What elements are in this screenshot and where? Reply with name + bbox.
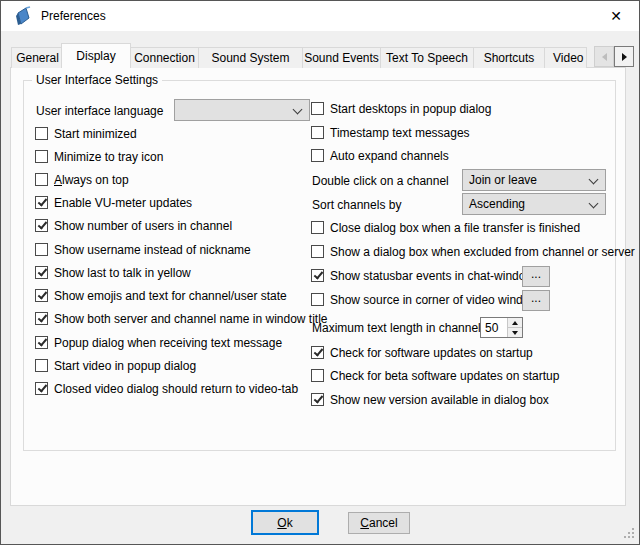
tab-text-to-speech[interactable]: Text To Speech	[380, 47, 474, 68]
checkbox-popup-text-message[interactable]	[35, 336, 48, 349]
checkbox-label: Start desktops in popup dialog	[330, 102, 491, 116]
checkbox-label: Show username instead of nickname	[54, 243, 251, 257]
row-popup-text-message[interactable]: Popup dialog when receiving text message	[35, 335, 282, 350]
video-source-more-button[interactable]: ...	[522, 290, 550, 311]
ok-button[interactable]: Ok	[251, 510, 319, 535]
row-excluded-dialog[interactable]: Show a dialog box when excluded from cha…	[311, 244, 635, 259]
row-start-minimized[interactable]: Start minimized	[35, 126, 137, 141]
tab-scroll-buttons	[594, 46, 634, 67]
row-beta-updates[interactable]: Check for beta software updates on start…	[311, 368, 559, 383]
tab-sound-events[interactable]: Sound Events	[302, 47, 381, 68]
tab-display[interactable]: Display	[61, 43, 131, 68]
row-auto-expand[interactable]: Auto expand channels	[311, 148, 449, 163]
checkbox-video-source-corner[interactable]	[311, 293, 324, 306]
checkbox-label: Show both server and channel name in win…	[54, 312, 328, 326]
language-combobox[interactable]	[174, 99, 310, 121]
tab-shortcuts[interactable]: Shortcuts	[473, 47, 545, 68]
checkbox-timestamp[interactable]	[311, 126, 324, 139]
tab-bar: General Display Connection Sound System …	[11, 43, 586, 68]
checkbox-window-title[interactable]	[35, 312, 48, 325]
checkbox-label: Popup dialog when receiving text message	[54, 336, 282, 350]
group-title: User Interface Settings	[32, 73, 162, 87]
cancel-button[interactable]: Cancel	[348, 512, 410, 534]
row-last-to-talk[interactable]: Show last to talk in yellow	[35, 265, 191, 280]
checkbox-closed-video[interactable]	[35, 382, 48, 395]
row-timestamp[interactable]: Timestamp text messages	[311, 125, 470, 140]
checkbox-vu-meter[interactable]	[35, 196, 48, 209]
sort-channels-combobox[interactable]: Ascending	[462, 193, 606, 215]
user-interface-settings-group: User Interface Settings User interface l…	[23, 80, 616, 451]
checkbox-statusbar-events[interactable]	[311, 269, 324, 282]
checkbox-label: Show new version available in dialog box	[330, 393, 549, 407]
row-vu-meter[interactable]: Enable VU-meter updates	[35, 195, 192, 210]
checkbox-label: Check for beta software updates on start…	[330, 369, 559, 383]
checkbox-label: Minimize to tray icon	[54, 150, 163, 164]
row-minimize-to-tray[interactable]: Minimize to tray icon	[35, 149, 163, 164]
max-text-length-label: Maximum text length in channel list	[312, 320, 499, 335]
row-show-username[interactable]: Show username instead of nickname	[35, 242, 251, 257]
arrow-right-icon	[622, 53, 627, 61]
checkbox-start-minimized[interactable]	[35, 127, 48, 140]
checkbox-label: Auto expand channels	[330, 149, 449, 163]
spin-down-button[interactable]	[508, 328, 522, 337]
arrow-left-icon	[602, 53, 607, 61]
checkbox-label: Show number of users in channel	[54, 219, 232, 233]
resize-grip[interactable]	[623, 528, 634, 539]
arrow-down-icon	[512, 331, 518, 335]
checkbox-auto-expand[interactable]	[311, 149, 324, 162]
checkbox-software-updates[interactable]	[311, 346, 324, 359]
statusbar-events-more-button[interactable]: ...	[522, 266, 550, 287]
spin-up-button[interactable]	[508, 318, 522, 328]
checkbox-label: Start minimized	[54, 127, 137, 141]
checkbox-excluded-dialog[interactable]	[311, 245, 324, 258]
chevron-down-icon	[589, 199, 599, 209]
row-show-user-count[interactable]: Show number of users in channel	[35, 218, 232, 233]
tab-scroll-right-button[interactable]	[614, 46, 634, 67]
row-close-on-transfer[interactable]: Close dialog box when a file transfer is…	[311, 220, 580, 235]
cancel-button-label: Cancel	[360, 516, 397, 530]
checkbox-show-username[interactable]	[35, 243, 48, 256]
tab-general[interactable]: General	[11, 47, 64, 68]
checkbox-always-on-top[interactable]	[35, 173, 48, 186]
checkbox-close-on-transfer[interactable]	[311, 221, 324, 234]
row-emojis[interactable]: Show emojis and text for channel/user st…	[35, 288, 287, 303]
row-software-updates[interactable]: Check for software updates on startup	[311, 345, 533, 360]
checkbox-last-to-talk[interactable]	[35, 266, 48, 279]
row-statusbar-events[interactable]: Show statusbar events in chat-window	[311, 268, 534, 283]
row-video-source-corner[interactable]: Show source in corner of video window	[311, 292, 538, 307]
checkbox-label: Check for software updates on startup	[330, 346, 533, 360]
close-button[interactable]: ✕	[595, 2, 637, 30]
checkbox-label: Start video in popup dialog	[54, 359, 196, 373]
tab-connection[interactable]: Connection	[130, 47, 199, 68]
row-new-version-dialog[interactable]: Show new version available in dialog box	[311, 392, 549, 407]
double-click-label: Double click on a channel	[312, 173, 449, 188]
checkbox-show-user-count[interactable]	[35, 219, 48, 232]
row-closed-video[interactable]: Closed video dialog should return to vid…	[35, 381, 298, 396]
checkbox-minimize-to-tray[interactable]	[35, 150, 48, 163]
checkbox-beta-updates[interactable]	[311, 369, 324, 382]
app-logo-icon	[14, 6, 32, 26]
row-always-on-top[interactable]: Always on top	[35, 172, 129, 187]
checkbox-start-desktops[interactable]	[311, 102, 324, 115]
preferences-dialog: Preferences ✕ General Display Connection…	[0, 0, 640, 545]
spinbox-buttons	[507, 318, 522, 337]
checkbox-new-version-dialog[interactable]	[311, 393, 324, 406]
double-click-combobox[interactable]: Join or leave	[462, 169, 606, 191]
checkbox-emojis[interactable]	[35, 289, 48, 302]
tab-video[interactable]: Video	[544, 47, 587, 68]
title-bar: Preferences ✕	[1, 1, 639, 31]
checkbox-label: Closed video dialog should return to vid…	[54, 382, 298, 396]
arrow-up-icon	[512, 321, 518, 325]
checkbox-video-popup[interactable]	[35, 359, 48, 372]
chevron-down-icon	[293, 105, 303, 115]
checkbox-label: Show last to talk in yellow	[54, 266, 191, 280]
tab-sound-system[interactable]: Sound System	[198, 47, 303, 68]
spinbox-value[interactable]: 50	[481, 318, 507, 337]
row-video-popup[interactable]: Start video in popup dialog	[35, 358, 196, 373]
row-window-title[interactable]: Show both server and channel name in win…	[35, 311, 328, 326]
checkbox-label: Close dialog box when a file transfer is…	[330, 221, 580, 235]
row-start-desktops[interactable]: Start desktops in popup dialog	[311, 101, 491, 116]
checkbox-label: Always on top	[54, 173, 129, 187]
tab-scroll-left-button[interactable]	[594, 46, 614, 67]
max-text-length-spinbox[interactable]: 50	[480, 317, 523, 338]
